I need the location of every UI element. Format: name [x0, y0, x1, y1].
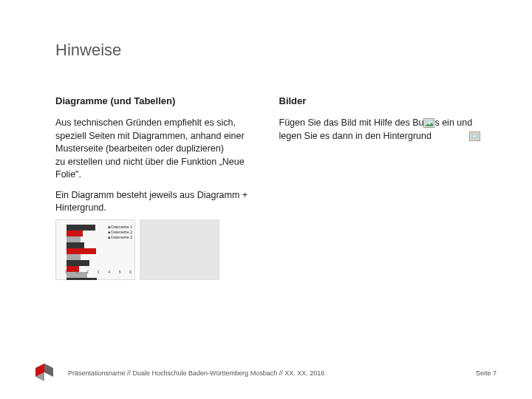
left-para-2: Ein Diagramm besteht jeweils aus Diagram… — [55, 189, 257, 215]
chart-foreground: Datenreihe 1 Datenreihe 2 Datenreihe 3 0… — [55, 219, 135, 280]
slide: Hinweise Diagramme (und Tabellen) Aus te… — [0, 0, 532, 399]
chart-example: Datenreihe 1 Datenreihe 2 Datenreihe 3 0… — [55, 219, 257, 280]
column-right: Bilder Fügen Sie das Bild mit Hilfe des … — [279, 95, 481, 280]
right-heading: Bilder — [279, 95, 481, 106]
footer-left: Präsentationsname // Duale Hochschule Ba… — [68, 369, 324, 377]
column-left: Diagramme (und Tabellen) Aus technischen… — [55, 95, 257, 280]
right-body: Fügen Sie das Bild mit Hilfe des Bus ein… — [279, 117, 481, 143]
svg-rect-3 — [472, 134, 477, 138]
left-body: Aus technischen Gründen empfiehlt es sic… — [55, 117, 257, 280]
right-para: Fügen Sie das Bild mit Hilfe des Bus ein… — [279, 117, 481, 143]
logo — [35, 364, 55, 381]
chart-legend: Datenreihe 1 Datenreihe 2 Datenreihe 3 — [108, 225, 132, 240]
left-para-1: Aus technischen Gründen empfiehlt es sic… — [55, 117, 257, 182]
picture-icon — [423, 118, 434, 128]
page-title: Hinweise — [55, 41, 480, 60]
footer-right: Seite 7 — [476, 369, 497, 377]
svg-point-1 — [426, 121, 428, 123]
footer: Präsentationsname // Duale Hochschule Ba… — [68, 369, 497, 377]
svg-marker-5 — [44, 364, 53, 377]
content-columns: Diagramme (und Tabellen) Aus technischen… — [55, 95, 480, 280]
left-heading: Diagramme (und Tabellen) — [55, 95, 257, 106]
chart-x-axis: 0123456 — [65, 270, 132, 275]
clipped-region: Ein Diagramm besteht jeweils aus Diagram… — [55, 189, 257, 215]
picture-tool-icon — [469, 132, 480, 141]
chart-background — [140, 219, 219, 280]
